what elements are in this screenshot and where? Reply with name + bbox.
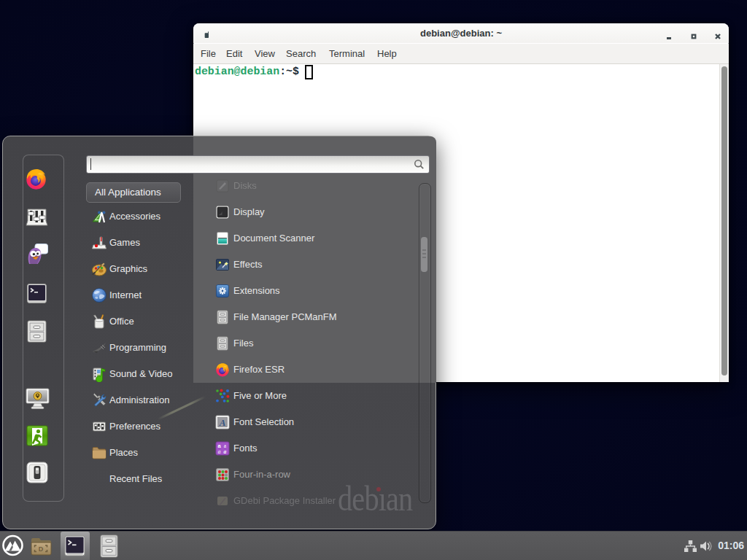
- svg-text:a: a: [218, 448, 221, 455]
- svg-text:A: A: [219, 417, 226, 428]
- svg-text:a: a: [224, 448, 227, 455]
- svg-text:D: D: [39, 545, 44, 553]
